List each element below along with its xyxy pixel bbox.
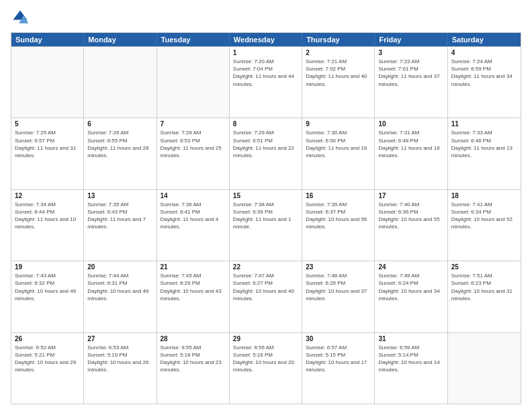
cell-info: Sunrise: 7:26 AMSunset: 6:55 PMDaylight:… bbox=[87, 129, 152, 159]
cell-info: Sunrise: 7:44 AMSunset: 6:31 PMDaylight:… bbox=[87, 272, 152, 302]
calendar-cell: 24Sunrise: 7:49 AMSunset: 6:24 PMDayligh… bbox=[375, 261, 447, 332]
day-header-thursday: Thursday bbox=[302, 33, 375, 46]
calendar-row-4: 19Sunrise: 7:43 AMSunset: 6:32 PMDayligh… bbox=[11, 261, 521, 332]
cell-date: 21 bbox=[161, 263, 226, 271]
cell-info: Sunrise: 7:20 AMSunset: 7:04 PMDaylight:… bbox=[233, 58, 298, 88]
cell-info: Sunrise: 7:47 AMSunset: 6:27 PMDaylight:… bbox=[233, 272, 298, 302]
calendar-cell: 16Sunrise: 7:39 AMSunset: 6:37 PMDayligh… bbox=[302, 190, 375, 261]
cell-info: Sunrise: 7:33 AMSunset: 6:46 PMDaylight:… bbox=[451, 129, 517, 159]
cell-info: Sunrise: 7:51 AMSunset: 6:23 PMDaylight:… bbox=[451, 272, 517, 302]
cell-info: Sunrise: 7:45 AMSunset: 6:29 PMDaylight:… bbox=[161, 272, 226, 302]
cell-date: 23 bbox=[306, 263, 371, 271]
calendar-cell: 30Sunrise: 6:57 AMSunset: 5:15 PMDayligh… bbox=[302, 333, 375, 404]
calendar-cell: 11Sunrise: 7:33 AMSunset: 6:46 PMDayligh… bbox=[448, 118, 521, 189]
cell-info: Sunrise: 6:59 AMSunset: 5:14 PMDaylight:… bbox=[378, 344, 443, 374]
logo bbox=[11, 8, 32, 27]
cell-date: 6 bbox=[87, 120, 152, 128]
day-header-sunday: Sunday bbox=[11, 33, 84, 46]
cell-info: Sunrise: 7:39 AMSunset: 6:37 PMDaylight:… bbox=[306, 201, 371, 231]
cell-date: 10 bbox=[378, 120, 443, 128]
calendar-cell bbox=[157, 47, 230, 118]
calendar-cell: 18Sunrise: 7:41 AMSunset: 6:34 PMDayligh… bbox=[448, 190, 521, 261]
cell-date: 14 bbox=[161, 192, 226, 199]
calendar-cell: 17Sunrise: 7:40 AMSunset: 6:36 PMDayligh… bbox=[375, 190, 447, 261]
day-header-friday: Friday bbox=[375, 33, 447, 46]
cell-info: Sunrise: 7:48 AMSunset: 6:26 PMDaylight:… bbox=[306, 272, 371, 302]
cell-info: Sunrise: 7:43 AMSunset: 6:32 PMDaylight:… bbox=[15, 272, 80, 302]
calendar-cell: 8Sunrise: 7:29 AMSunset: 6:51 PMDaylight… bbox=[230, 118, 302, 189]
calendar-cell: 1Sunrise: 7:20 AMSunset: 7:04 PMDaylight… bbox=[230, 47, 302, 118]
cell-date: 1 bbox=[233, 49, 298, 56]
day-header-saturday: Saturday bbox=[448, 33, 521, 46]
calendar: SundayMondayTuesdayWednesdayThursdayFrid… bbox=[11, 32, 521, 404]
cell-date: 2 bbox=[306, 49, 371, 56]
cell-info: Sunrise: 6:56 AMSunset: 5:16 PMDaylight:… bbox=[233, 344, 298, 374]
calendar-cell: 21Sunrise: 7:45 AMSunset: 6:29 PMDayligh… bbox=[157, 261, 230, 332]
calendar-cell: 31Sunrise: 6:59 AMSunset: 5:14 PMDayligh… bbox=[375, 333, 447, 404]
calendar-cell: 12Sunrise: 7:34 AMSunset: 6:44 PMDayligh… bbox=[11, 190, 84, 261]
cell-info: Sunrise: 6:52 AMSunset: 5:21 PMDaylight:… bbox=[15, 344, 80, 374]
logo-icon bbox=[11, 8, 30, 27]
cell-info: Sunrise: 7:36 AMSunset: 6:41 PMDaylight:… bbox=[161, 201, 226, 231]
calendar-row-3: 12Sunrise: 7:34 AMSunset: 6:44 PMDayligh… bbox=[11, 189, 521, 261]
cell-info: Sunrise: 7:41 AMSunset: 6:34 PMDaylight:… bbox=[451, 201, 517, 231]
cell-date: 15 bbox=[233, 192, 298, 199]
calendar-cell bbox=[448, 333, 521, 404]
cell-info: Sunrise: 7:30 AMSunset: 6:50 PMDaylight:… bbox=[306, 129, 371, 159]
cell-date: 30 bbox=[306, 335, 371, 342]
calendar-body: 1Sunrise: 7:20 AMSunset: 7:04 PMDaylight… bbox=[11, 46, 521, 404]
cell-date: 29 bbox=[233, 335, 298, 342]
calendar-cell: 4Sunrise: 7:24 AMSunset: 6:59 PMDaylight… bbox=[448, 47, 521, 118]
calendar-cell: 10Sunrise: 7:31 AMSunset: 6:48 PMDayligh… bbox=[375, 118, 447, 189]
cell-date: 22 bbox=[233, 263, 298, 271]
cell-info: Sunrise: 7:21 AMSunset: 7:02 PMDaylight:… bbox=[306, 58, 371, 88]
cell-info: Sunrise: 7:40 AMSunset: 6:36 PMDaylight:… bbox=[378, 201, 443, 231]
cell-date: 27 bbox=[87, 335, 152, 342]
cell-date: 8 bbox=[233, 120, 298, 128]
calendar-cell: 27Sunrise: 6:53 AMSunset: 5:19 PMDayligh… bbox=[84, 333, 157, 404]
cell-date: 7 bbox=[161, 120, 226, 128]
cell-info: Sunrise: 7:34 AMSunset: 6:44 PMDaylight:… bbox=[15, 201, 80, 231]
cell-date: 11 bbox=[451, 120, 517, 128]
day-header-wednesday: Wednesday bbox=[230, 33, 302, 46]
cell-date: 12 bbox=[15, 192, 80, 199]
calendar-row-5: 26Sunrise: 6:52 AMSunset: 5:21 PMDayligh… bbox=[11, 332, 521, 404]
cell-date: 24 bbox=[378, 263, 443, 271]
calendar-cell: 13Sunrise: 7:35 AMSunset: 6:43 PMDayligh… bbox=[84, 190, 157, 261]
calendar-cell bbox=[11, 47, 84, 118]
calendar-cell: 2Sunrise: 7:21 AMSunset: 7:02 PMDaylight… bbox=[302, 47, 375, 118]
calendar-row-2: 5Sunrise: 7:25 AMSunset: 6:57 PMDaylight… bbox=[11, 118, 521, 189]
calendar-cell: 23Sunrise: 7:48 AMSunset: 6:26 PMDayligh… bbox=[302, 261, 375, 332]
header bbox=[11, 8, 521, 27]
calendar-cell: 6Sunrise: 7:26 AMSunset: 6:55 PMDaylight… bbox=[84, 118, 157, 189]
cell-info: Sunrise: 7:28 AMSunset: 6:53 PMDaylight:… bbox=[161, 129, 226, 159]
cell-info: Sunrise: 7:24 AMSunset: 6:59 PMDaylight:… bbox=[451, 58, 517, 88]
cell-date: 17 bbox=[378, 192, 443, 199]
cell-date: 9 bbox=[306, 120, 371, 128]
cell-info: Sunrise: 7:38 AMSunset: 6:39 PMDaylight:… bbox=[233, 201, 298, 231]
cell-date: 19 bbox=[15, 263, 80, 271]
cell-date: 20 bbox=[87, 263, 152, 271]
cell-info: Sunrise: 7:49 AMSunset: 6:24 PMDaylight:… bbox=[378, 272, 443, 302]
calendar-cell: 20Sunrise: 7:44 AMSunset: 6:31 PMDayligh… bbox=[84, 261, 157, 332]
cell-date: 5 bbox=[15, 120, 80, 128]
cell-info: Sunrise: 7:35 AMSunset: 6:43 PMDaylight:… bbox=[87, 201, 152, 231]
cell-date: 13 bbox=[87, 192, 152, 199]
calendar-cell: 28Sunrise: 6:55 AMSunset: 5:18 PMDayligh… bbox=[157, 333, 230, 404]
cell-info: Sunrise: 6:57 AMSunset: 5:15 PMDaylight:… bbox=[306, 344, 371, 374]
calendar-cell: 3Sunrise: 7:23 AMSunset: 7:01 PMDaylight… bbox=[375, 47, 447, 118]
page: SundayMondayTuesdayWednesdayThursdayFrid… bbox=[0, 0, 532, 411]
calendar-header: SundayMondayTuesdayWednesdayThursdayFrid… bbox=[11, 33, 521, 46]
cell-date: 3 bbox=[378, 49, 443, 56]
calendar-cell: 19Sunrise: 7:43 AMSunset: 6:32 PMDayligh… bbox=[11, 261, 84, 332]
cell-date: 16 bbox=[306, 192, 371, 199]
calendar-cell: 9Sunrise: 7:30 AMSunset: 6:50 PMDaylight… bbox=[302, 118, 375, 189]
cell-date: 18 bbox=[451, 192, 517, 199]
cell-info: Sunrise: 7:25 AMSunset: 6:57 PMDaylight:… bbox=[15, 129, 80, 159]
calendar-cell: 22Sunrise: 7:47 AMSunset: 6:27 PMDayligh… bbox=[230, 261, 302, 332]
cell-info: Sunrise: 7:23 AMSunset: 7:01 PMDaylight:… bbox=[378, 58, 443, 88]
calendar-cell: 15Sunrise: 7:38 AMSunset: 6:39 PMDayligh… bbox=[230, 190, 302, 261]
calendar-cell: 14Sunrise: 7:36 AMSunset: 6:41 PMDayligh… bbox=[157, 190, 230, 261]
calendar-cell: 26Sunrise: 6:52 AMSunset: 5:21 PMDayligh… bbox=[11, 333, 84, 404]
day-header-monday: Monday bbox=[84, 33, 157, 46]
